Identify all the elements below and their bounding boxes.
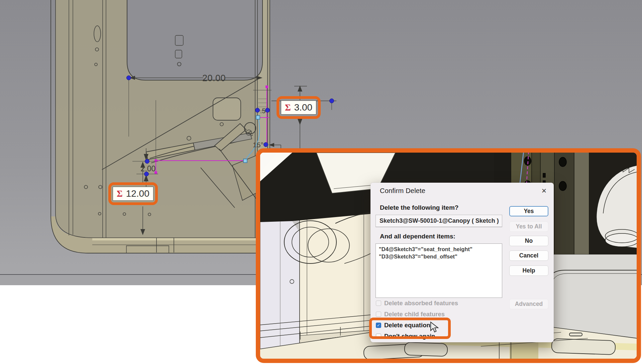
dimension-value-12: 12.00	[126, 188, 149, 199]
dimension-callout-12[interactable]: Σ 12.00	[113, 187, 153, 201]
sigma-icon: Σ	[117, 189, 123, 199]
highlight-ring-sum-3: Σ 3.00	[277, 96, 321, 119]
dimension-label-width: 20.00	[202, 73, 226, 83]
delete-item-field[interactable]: Sketch3@SW-50010-1@Canopy ( Sketch )	[376, 215, 502, 227]
checkbox-label: Delete absorbed features	[384, 300, 458, 307]
dialog-title: Confirm Delete	[380, 187, 425, 195]
dependents-label: And all dependent items:	[380, 233, 455, 240]
no-button[interactable]: No	[509, 236, 548, 246]
checkbox-box	[376, 301, 381, 306]
dimension-label-angle: 15°	[253, 141, 263, 149]
dimension-value-3: 3.00	[294, 102, 313, 113]
help-button[interactable]: Help	[509, 265, 548, 276]
dimension-label-gap: .5	[260, 107, 266, 115]
dependent-item: "D3@Sketch3"="bend_offset"	[379, 253, 499, 260]
dependent-item: "D4@Sketch3"="seat_front_height"	[379, 246, 499, 253]
sigma-icon: Σ	[285, 103, 291, 113]
highlight-ring-sum-12: Σ 12.00	[108, 182, 158, 205]
checkbox-box	[376, 334, 381, 339]
panel-recess	[213, 98, 241, 120]
checkbox-dont-show-again[interactable]: Don't show again	[376, 333, 435, 339]
close-icon[interactable]: ✕	[539, 186, 549, 195]
checkbox-label: Delete equations	[384, 322, 434, 329]
checkbox-box-checked[interactable]: ✓	[376, 323, 381, 328]
yes-button[interactable]: Yes	[509, 206, 548, 216]
checkbox-delete-equations[interactable]: ✓ Delete equations	[376, 322, 434, 328]
mouse-cursor	[429, 321, 439, 333]
checkbox-delete-child-features: Delete child features	[376, 311, 445, 317]
screen: 20.00 2.00 .5 15° Σ 3.00 Σ 12.00	[0, 0, 642, 364]
dependent-items-list[interactable]: "D4@Sketch3"="seat_front_height" "D3@Ske…	[376, 243, 502, 298]
checkbox-label: Delete child features	[384, 311, 445, 318]
checkbox-label: Don't show again	[384, 333, 435, 340]
dimension-callout-3[interactable]: Σ 3.00	[281, 101, 316, 115]
window-opening	[127, 0, 262, 80]
confirm-delete-dialog: Confirm Delete ✕ Delete the following it…	[370, 183, 554, 342]
cancel-button[interactable]: Cancel	[509, 250, 548, 261]
advanced-button: Advanced	[509, 299, 548, 309]
checkbox-delete-absorbed-features: Delete absorbed features	[376, 300, 458, 306]
yes-to-all-button: Yes to All	[509, 221, 548, 232]
checkbox-box	[376, 312, 381, 317]
delete-prompt-label: Delete the following item?	[380, 204, 458, 211]
dimension-label-height: 2.00	[141, 164, 156, 173]
